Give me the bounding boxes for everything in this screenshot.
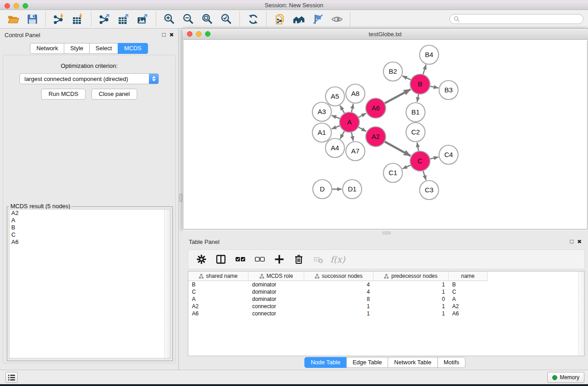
mcds-result-item[interactable]: A2 — [10, 210, 170, 217]
column-header-predecessor-nodes[interactable]: predecessor nodes — [373, 272, 449, 281]
cell-mcds-role[interactable]: connector — [249, 310, 304, 317]
graph-node-A2[interactable]: A2 — [366, 127, 386, 147]
float-panel-icon[interactable]: □ — [162, 32, 166, 38]
graph-node-A[interactable]: A — [339, 112, 359, 132]
delete-row-button[interactable] — [293, 253, 305, 265]
graph-edge-C-C3[interactable] — [423, 171, 426, 180]
table-row-B[interactable]: Bdominator41B — [188, 281, 584, 288]
cell-predecessor-nodes[interactable]: 0 — [373, 295, 449, 303]
cell-shared-name[interactable]: A — [188, 295, 249, 303]
graph-edge-C-C2[interactable] — [417, 143, 419, 152]
cell-shared-name[interactable]: A6 — [188, 310, 249, 317]
network-graph[interactable]: B4B2BB3A8A5A6A3B1AA1C2A2A4A7C4CC1DC3D1 — [183, 40, 588, 229]
export-image-button[interactable] — [135, 12, 150, 26]
minimize-window-button[interactable] — [14, 3, 19, 9]
graph-edge-B-B2[interactable] — [402, 76, 411, 80]
mcds-result-list[interactable]: A2ABCA6 — [9, 209, 171, 358]
cell-predecessor-nodes[interactable]: 1 — [373, 281, 449, 288]
column-header-successor-nodes[interactable]: successor nodes — [304, 272, 373, 281]
graph-node-D[interactable]: D — [313, 180, 332, 199]
cell-mcds-role[interactable]: connector — [249, 303, 304, 310]
tab-style[interactable]: Style — [64, 43, 90, 54]
zoom-out-button[interactable] — [181, 12, 196, 26]
show-graphics-button[interactable] — [329, 12, 344, 26]
task-history-button[interactable] — [5, 372, 18, 383]
hide-annotations-button[interactable] — [310, 12, 325, 26]
cell-shared-name[interactable]: B — [188, 281, 249, 288]
graph-node-A3[interactable]: A3 — [312, 102, 331, 121]
table-scrollbar[interactable] — [578, 272, 584, 356]
clone-network-button[interactable] — [272, 12, 287, 26]
settings-gear-button[interactable] — [196, 253, 207, 265]
import-table-button[interactable] — [70, 12, 86, 26]
mcds-result-item[interactable]: A6 — [10, 238, 170, 246]
cell-shared-name[interactable]: A2 — [188, 303, 249, 310]
graph-node-A8[interactable]: A8 — [346, 84, 365, 103]
graph-node-C[interactable]: C — [410, 151, 430, 171]
tab-network[interactable]: Network — [30, 43, 64, 54]
close-panel-button[interactable]: Close panel — [91, 89, 137, 100]
graph-node-A1[interactable]: A1 — [312, 123, 331, 142]
cell-successor-nodes[interactable]: 8 — [304, 295, 373, 303]
network-canvas[interactable]: B4B2BB3A8A5A6A3B1AA1C2A2A4A7C4CC1DC3D1 — [183, 40, 588, 229]
cell-mcds-role[interactable]: dominator — [249, 295, 304, 303]
graph-node-C3[interactable]: C3 — [420, 181, 439, 200]
close-table-panel-icon[interactable]: ✖ — [577, 239, 582, 244]
search-input[interactable] — [462, 16, 579, 22]
graph-edge-A-A5[interactable] — [340, 105, 344, 114]
cell-name[interactable]: C — [449, 288, 488, 295]
search-box[interactable] — [449, 14, 583, 24]
graph-edge-A6-B[interactable] — [384, 89, 411, 103]
horizontal-splitter-handle[interactable] — [382, 232, 391, 234]
cell-successor-nodes[interactable]: 4 — [304, 288, 373, 295]
close-panel-icon[interactable]: ✖ — [169, 32, 174, 38]
column-header-shared-name[interactable]: shared name — [188, 272, 249, 281]
graph-node-C4[interactable]: C4 — [439, 145, 458, 164]
export-table-button[interactable] — [116, 12, 131, 26]
graph-edge-A-A1[interactable] — [332, 126, 340, 129]
cell-predecessor-nodes[interactable]: 1 — [373, 288, 449, 295]
minimize-network-button[interactable] — [196, 31, 201, 37]
zoom-fit-button[interactable] — [200, 12, 215, 26]
close-network-button[interactable] — [187, 31, 192, 37]
save-session-button[interactable] — [24, 12, 40, 26]
graph-node-A7[interactable]: A7 — [346, 142, 365, 161]
graph-node-A4[interactable]: A4 — [325, 138, 344, 157]
cell-successor-nodes[interactable]: 1 — [304, 303, 373, 310]
graph-edge-A-A2[interactable] — [358, 127, 366, 132]
graph-edge-A-A8[interactable] — [351, 104, 353, 113]
graph-node-A5[interactable]: A5 — [325, 87, 344, 106]
network-window-titlebar[interactable]: testGlobe.txt — [182, 29, 588, 40]
cell-successor-nodes[interactable]: 1 — [304, 310, 373, 317]
graph-edge-B-B4[interactable] — [423, 65, 426, 75]
table-row-A6[interactable]: A6connector11A6 — [188, 310, 584, 317]
table-row-C[interactable]: Cdominator41C — [188, 288, 584, 295]
vertical-splitter-handle[interactable] — [179, 194, 182, 202]
memory-button[interactable]: Memory — [547, 372, 584, 383]
run-mcds-button[interactable]: Run MCDS — [41, 89, 86, 100]
tab-node-table[interactable]: Node Table — [304, 357, 347, 368]
tab-network-table[interactable]: Network Table — [388, 357, 438, 368]
cell-predecessor-nodes[interactable]: 1 — [373, 303, 449, 310]
maximize-network-button[interactable] — [205, 31, 210, 37]
cell-mcds-role[interactable]: dominator — [249, 281, 304, 288]
graph-node-A6[interactable]: A6 — [366, 98, 386, 118]
cell-shared-name[interactable]: C — [188, 288, 249, 295]
column-header-name[interactable]: name — [449, 272, 488, 281]
table-row-A[interactable]: Adominator80A — [188, 295, 584, 303]
cell-name[interactable]: B — [449, 281, 488, 288]
cell-name[interactable]: A6 — [449, 310, 488, 317]
tab-mcds[interactable]: MCDS — [118, 43, 148, 54]
graph-edge-A-A4[interactable] — [340, 131, 344, 139]
graph-edge-C-C1[interactable] — [402, 165, 411, 169]
tab-edge-table[interactable]: Edge Table — [346, 357, 388, 368]
column-visibility-button[interactable] — [215, 253, 227, 265]
cell-mcds-role[interactable]: dominator — [249, 288, 304, 295]
graph-node-B1[interactable]: B1 — [406, 103, 425, 122]
graph-edge-A-A7[interactable] — [351, 132, 353, 141]
column-header-mcds-role[interactable]: MCDS role — [249, 272, 304, 281]
deselect-all-button[interactable] — [254, 253, 266, 265]
criterion-select[interactable]: largest connected component (directed) — [19, 73, 159, 84]
graph-edge-A-A6[interactable] — [358, 113, 366, 117]
mcds-result-item[interactable]: B — [10, 224, 170, 231]
